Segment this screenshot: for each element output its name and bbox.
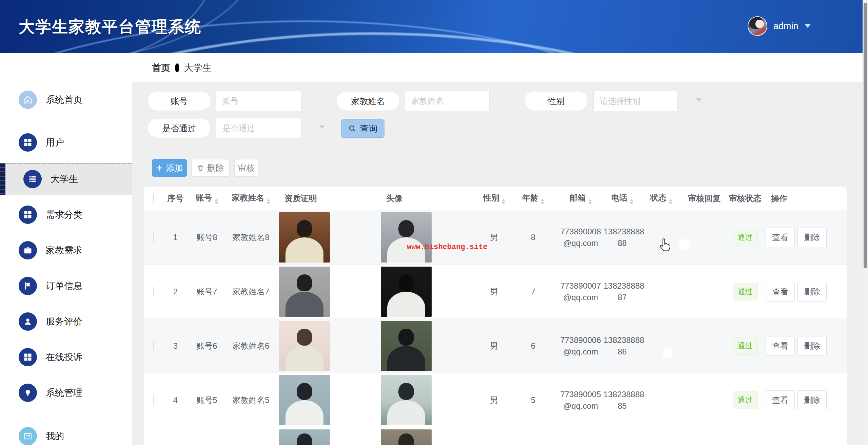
- sidebar-item-system-management[interactable]: 系统管理: [0, 377, 132, 409]
- delete-row-button[interactable]: 删除: [797, 390, 827, 410]
- avatar-image[interactable]: [381, 375, 432, 425]
- delete-row-button[interactable]: 删除: [797, 228, 827, 247]
- avatar-image[interactable]: [381, 267, 432, 317]
- sort-icon[interactable]: [215, 199, 218, 204]
- sidebar-item-tutoring-demand[interactable]: 家教需求: [0, 234, 132, 266]
- cell-name: 家教姓名5: [225, 394, 276, 406]
- sidebar-item-label: 系统管理: [46, 387, 82, 399]
- chevron-down-icon[interactable]: [319, 125, 325, 132]
- breadcrumb-current: 大学生: [184, 62, 212, 74]
- sidebar-item-label: 家教需求: [46, 244, 82, 256]
- avatar-image[interactable]: [381, 212, 432, 263]
- table-header-row: 序号 账号 家教姓名 资质证明 头像 性别 年龄 邮箱 电话 状态 审核回复 审…: [144, 187, 847, 210]
- bulb-icon: [19, 384, 37, 402]
- sort-icon[interactable]: [630, 199, 633, 204]
- column-header-account[interactable]: 账号: [188, 192, 225, 204]
- add-button[interactable]: 添加: [152, 159, 187, 177]
- table-row-partial: [144, 427, 847, 445]
- sidebar-item-complaints[interactable]: 在线投诉: [0, 341, 132, 373]
- column-header-phone[interactable]: 电话: [604, 192, 641, 204]
- qualification-image[interactable]: [279, 212, 330, 263]
- sidebar-item-home[interactable]: 系统首页: [0, 84, 132, 116]
- cell-index: 1: [163, 232, 188, 243]
- avatar-image[interactable]: [381, 429, 432, 445]
- breadcrumb-separator-icon: [175, 63, 179, 72]
- pass-select[interactable]: [216, 118, 301, 138]
- column-header-gender[interactable]: 性别: [480, 192, 509, 204]
- column-header-status[interactable]: 状态: [641, 192, 682, 204]
- sidebar-item-label: 在线投诉: [46, 351, 82, 363]
- table-row: 2 账号7 家教姓名7 男 7 773890007@qq.com 1382388…: [144, 265, 847, 319]
- row-checkbox[interactable]: [153, 341, 154, 351]
- gender-select[interactable]: [593, 91, 677, 111]
- sort-icon[interactable]: [267, 199, 270, 204]
- cell-phone: 13823888886: [604, 334, 641, 357]
- audit-button-label: 审核: [238, 162, 255, 174]
- page-scrollbar[interactable]: [863, 0, 868, 445]
- sidebar-item-users[interactable]: 用户: [0, 127, 132, 158]
- view-button[interactable]: 查看: [766, 336, 795, 356]
- app-title: 大学生家教平台管理系统: [19, 16, 201, 38]
- sidebar-item-students[interactable]: 大学生: [0, 163, 132, 195]
- sidebar-item-mine[interactable]: 我的: [0, 420, 132, 445]
- view-button[interactable]: 查看: [766, 228, 795, 247]
- cell-account: 账号6: [188, 340, 225, 352]
- main-area: 首页 大学生 账号 家教姓名 性别 是否通过 查询 添加 删除 审核: [132, 53, 863, 445]
- cell-gender: 男: [480, 232, 509, 243]
- cell-phone: 13823888885: [604, 389, 641, 412]
- cell-age: 7: [509, 286, 558, 297]
- column-header-email[interactable]: 邮箱: [558, 192, 604, 204]
- delete-row-button[interactable]: 删除: [797, 282, 827, 302]
- qualification-image[interactable]: [279, 321, 330, 371]
- avatar[interactable]: [748, 16, 767, 36]
- sidebar-item-service-reviews[interactable]: 服务评价: [0, 306, 132, 337]
- briefcase-icon: [19, 241, 37, 259]
- delete-row-button[interactable]: 删除: [797, 336, 827, 356]
- cell-index: 4: [163, 394, 188, 406]
- select-all-checkbox[interactable]: [153, 193, 154, 203]
- audit-button[interactable]: 审核: [234, 159, 258, 177]
- column-header-name[interactable]: 家教姓名: [225, 192, 276, 204]
- qualification-image[interactable]: [279, 429, 330, 445]
- cell-name: 家教姓名8: [225, 232, 276, 243]
- sidebar-item-label: 服务评价: [46, 315, 82, 328]
- sidebar-item-orders[interactable]: 订单信息: [0, 270, 132, 302]
- cell-account: 账号5: [188, 394, 225, 406]
- scrollbar-thumb[interactable]: [864, 3, 867, 268]
- column-header-age[interactable]: 年龄: [509, 192, 558, 204]
- column-header-actions: 操作: [763, 193, 847, 204]
- sidebar-item-demand-category[interactable]: 需求分类: [0, 199, 132, 231]
- sort-icon[interactable]: [502, 199, 505, 204]
- avatar-image[interactable]: [381, 321, 432, 371]
- qualification-image[interactable]: [279, 267, 330, 317]
- sort-icon[interactable]: [588, 199, 592, 204]
- user-menu[interactable]: admin: [748, 16, 811, 36]
- active-indicator-bar: [0, 163, 5, 195]
- delete-button[interactable]: 删除: [191, 159, 230, 177]
- view-button[interactable]: 查看: [766, 390, 795, 410]
- account-filter-label: 账号: [148, 92, 211, 111]
- qualification-image[interactable]: [279, 375, 330, 425]
- tutor-name-input[interactable]: [405, 91, 490, 111]
- sort-icon[interactable]: [669, 199, 672, 204]
- content-panel: 账号 家教姓名 性别 是否通过 查询 添加 删除 审核: [132, 82, 863, 445]
- cell-email: 773890005@qq.com: [558, 389, 604, 412]
- column-header-qualification: 资质证明: [276, 193, 378, 204]
- row-checkbox[interactable]: [153, 395, 154, 405]
- user-name: admin: [773, 21, 798, 32]
- sort-icon[interactable]: [541, 199, 544, 204]
- cell-email: 773890007@qq.com: [558, 280, 604, 303]
- row-checkbox[interactable]: [153, 287, 154, 296]
- gender-filter-label: 性别: [525, 92, 588, 111]
- chevron-down-icon[interactable]: [696, 98, 702, 104]
- sidebar-item-label: 我的: [46, 430, 64, 442]
- account-input[interactable]: [216, 91, 301, 111]
- cell-age: 5: [509, 394, 558, 406]
- breadcrumb-home[interactable]: 首页: [152, 62, 170, 74]
- search-button[interactable]: 查询: [341, 119, 384, 138]
- audit-status-badge: 通过: [733, 391, 758, 409]
- sidebar-item-label: 大学生: [51, 173, 78, 185]
- column-header-index[interactable]: 序号: [163, 193, 188, 204]
- view-button[interactable]: 查看: [766, 282, 795, 302]
- row-checkbox[interactable]: [153, 232, 154, 242]
